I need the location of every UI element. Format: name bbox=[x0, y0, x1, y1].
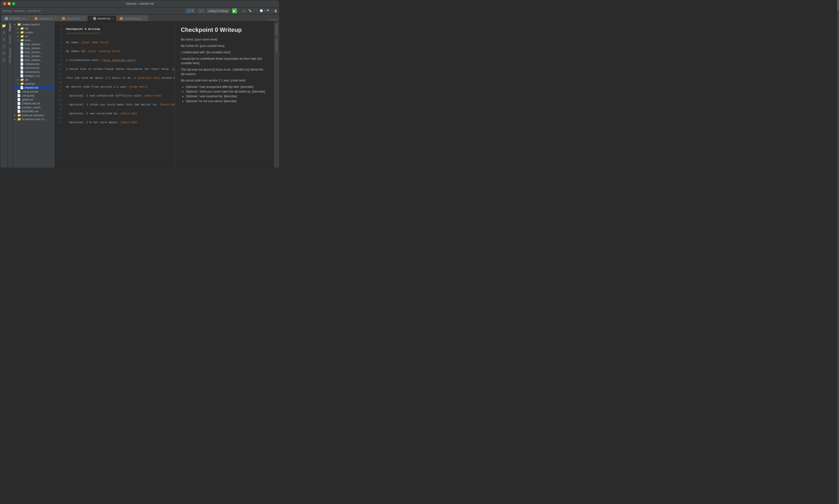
profile-button[interactable]: 👤 ▾ bbox=[185, 8, 195, 13]
tree-tests[interactable]: ▼ 📁 tests bbox=[13, 38, 55, 42]
gear-icon[interactable]: ⚙ bbox=[1, 50, 7, 56]
pull-requests-label[interactable]: Pull Requests bbox=[8, 46, 13, 65]
commit-label[interactable]: Commit bbox=[8, 33, 13, 46]
preview-secret: My secret code from section 2.1 was: [co… bbox=[181, 78, 268, 83]
tree-etc[interactable]: ▶ 📁 etc bbox=[13, 26, 55, 30]
fold-indicator: ✓ 3 bbox=[268, 18, 272, 21]
preview-bullet-2: Optional: I think you could make this la… bbox=[186, 89, 268, 94]
tree-byte-stream-4[interactable]: 📄 byte_stream... bbox=[13, 54, 55, 58]
tree-writeups[interactable]: ▼ 📁 writeups bbox=[13, 82, 55, 86]
tree-byte-stream-1[interactable]: 📄 byte_stream... bbox=[13, 42, 55, 46]
tab-readme[interactable]: README.md × bbox=[2, 15, 31, 21]
tab-close-cmake[interactable]: × bbox=[144, 17, 145, 20]
tree-cmakelists-tests[interactable]: 📄 CMakeLists. bbox=[13, 62, 55, 66]
tree-clang-tidy[interactable]: 📄 .clang-tidy bbox=[13, 93, 55, 97]
tabbar: README.md × common.cc × common.hh × ✓ ch… bbox=[0, 15, 279, 21]
window-title: minnow – check0.md bbox=[126, 2, 154, 5]
tree-gitignore[interactable]: 📄 .gitignore bbox=[13, 97, 55, 102]
preview-credit: I would like to credit/thank these class… bbox=[181, 56, 268, 66]
minimize-button[interactable] bbox=[8, 2, 11, 5]
debug-config[interactable]: webget | Debug bbox=[207, 8, 230, 13]
notifications-label[interactable]: Notifications bbox=[275, 37, 278, 54]
git-icons: ✏️ ✓ ✓ bbox=[248, 9, 258, 12]
tab-checkmark: ✓ bbox=[90, 17, 92, 20]
tree-check0-md[interactable]: 📄 check0.md bbox=[13, 86, 55, 90]
preview-bullets: Optional: I had unexpected difficulty wi… bbox=[186, 85, 268, 104]
window-controls[interactable] bbox=[3, 2, 15, 5]
maximize-button[interactable] bbox=[12, 2, 15, 5]
preview-bullet-3: Optional: I was surprised by: [describe] bbox=[186, 94, 268, 99]
titlebar: minnow – check0.md bbox=[0, 0, 279, 7]
toolbar-right: 👤 ▾ ← webget | Debug ▶ Git: ✏️ ✓ ✓ 🕐 ↺ 🔍… bbox=[185, 8, 277, 13]
preview-bullet-1: Optional: I had unexpected difficulty wi… bbox=[186, 85, 268, 89]
tab-icon-cmake bbox=[120, 17, 123, 20]
tab-icon-common-cc bbox=[35, 17, 37, 20]
code-editor[interactable]: Checkpoint 0 Writeup ===================… bbox=[64, 21, 175, 168]
folder-icon[interactable]: 📁 bbox=[1, 22, 7, 29]
preview-panel: Checkpoint 0 Writeup My name: [your name… bbox=[175, 21, 273, 168]
tab-icon-common-hh bbox=[62, 17, 65, 20]
right-sidebar: Database Notifications bbox=[273, 21, 279, 168]
tab-close-readme[interactable]: × bbox=[27, 17, 29, 20]
tree-util[interactable]: ▶ 📁 util bbox=[13, 78, 55, 82]
tree-common-hh[interactable]: 📄 common.hh bbox=[13, 66, 55, 70]
editor-area: 1 2 3 4 5 6 7 8 9 10 11 12 13 14 15 16 1… bbox=[55, 21, 273, 168]
main-content: 📁 ⚙ ⇅ ↻ ⚙ ☰ Project Commit Pull Requests… bbox=[0, 21, 279, 168]
preview-collab: I collaborated with: [list sunetids here… bbox=[181, 50, 268, 55]
tab-close-check0[interactable]: × bbox=[113, 17, 114, 20]
tab-icon-check0 bbox=[93, 17, 96, 20]
tree-cmakelists-root[interactable]: 📄 CMakeLists.txt bbox=[13, 102, 55, 105]
sort-icon[interactable]: ⇅ bbox=[1, 36, 7, 43]
run-button[interactable]: ▶ bbox=[232, 8, 237, 13]
preview-sunet: My SUNet ID: [your sunetid here] bbox=[181, 44, 268, 48]
tree-conversions[interactable]: 📄 conversions. bbox=[13, 70, 55, 74]
tab-icon-readme bbox=[5, 17, 8, 20]
tree-webget[interactable]: 📄 webget_t.sh bbox=[13, 74, 55, 78]
line-numbers: 1 2 3 4 5 6 7 8 9 10 11 12 13 14 15 16 1… bbox=[55, 21, 64, 168]
tab-common-cc[interactable]: common.cc × bbox=[32, 15, 59, 21]
close-button[interactable] bbox=[3, 2, 6, 5]
nav-back[interactable]: ← bbox=[198, 8, 205, 13]
tree-clang-format[interactable]: 📄 .clang-format bbox=[13, 90, 55, 93]
tree-cmake-build[interactable]: ▶ 📁 cmake-build-d... bbox=[13, 22, 55, 26]
sidebar-icons: 📁 ⚙ ⇅ ↻ ⚙ ☰ bbox=[0, 21, 8, 168]
toolbar: minnow › writeups › check0.md 👤 ▾ ← webg… bbox=[0, 7, 279, 15]
separator bbox=[239, 9, 240, 13]
tab-check0[interactable]: ✓ check0.md × bbox=[87, 15, 117, 21]
breadcrumb-minnow[interactable]: minnow bbox=[2, 10, 12, 12]
tree-external[interactable]: ▶ 📁 External Libraries bbox=[13, 113, 55, 117]
fold-up[interactable]: ∧ bbox=[273, 18, 274, 21]
refresh-icon[interactable]: ↻ bbox=[1, 43, 7, 50]
vertical-labels: Project Commit Pull Requests bbox=[8, 21, 13, 168]
menu-icon[interactable]: ☰ bbox=[1, 57, 7, 64]
tree-src[interactable]: ▶ 📁 src bbox=[13, 34, 55, 38]
preview-title: Checkpoint 0 Writeup bbox=[181, 26, 268, 33]
project-label[interactable]: Project bbox=[8, 21, 13, 33]
breadcrumb: minnow › writeups › check0.md bbox=[2, 10, 40, 12]
tab-close-common-hh[interactable]: × bbox=[83, 17, 84, 20]
tab-common-hh[interactable]: common.hh × bbox=[59, 15, 86, 21]
toolbar-icons: 🕐 ↺ 🔍 ✓ 🔒 bbox=[260, 9, 277, 12]
tree-readme-md[interactable]: 📄 README.md bbox=[13, 109, 55, 113]
preview-bullet-4: Optional: I'm not sure about: [describe] bbox=[186, 99, 268, 104]
breadcrumb-file[interactable]: check0.md bbox=[28, 10, 40, 12]
preview-name: My name: [your name here] bbox=[181, 37, 268, 42]
tree-compile-comm[interactable]: 📄 compile_comm bbox=[13, 105, 55, 109]
file-tree: ▶ 📁 cmake-build-d... ▶ 📁 etc ▶ 📁 scripts… bbox=[13, 21, 55, 168]
tree-scratches[interactable]: ▶ 📁 Scratches and Co bbox=[13, 117, 55, 121]
settings-icon[interactable]: ⚙ bbox=[1, 29, 7, 36]
database-label[interactable]: Database bbox=[275, 22, 278, 37]
tree-scripts[interactable]: ▶ 📁 scripts bbox=[13, 30, 55, 34]
tab-cmakelists[interactable]: CMakeLists.txt × bbox=[117, 15, 148, 21]
tree-byte-stream-5[interactable]: 📄 byte_stream... bbox=[13, 58, 55, 62]
fold-down[interactable]: ∨ bbox=[275, 18, 277, 21]
git-label: Git: bbox=[242, 10, 246, 12]
tree-byte-stream-3[interactable]: 📄 byte_stream... bbox=[13, 50, 55, 54]
breadcrumb-writeups[interactable]: writeups bbox=[15, 10, 25, 12]
tree-byte-stream-2[interactable]: 📄 byte_stream... bbox=[13, 46, 55, 50]
preview-hours: This lab took me about [n] hours to do. … bbox=[181, 67, 268, 76]
tab-close-common-cc[interactable]: × bbox=[55, 17, 56, 20]
